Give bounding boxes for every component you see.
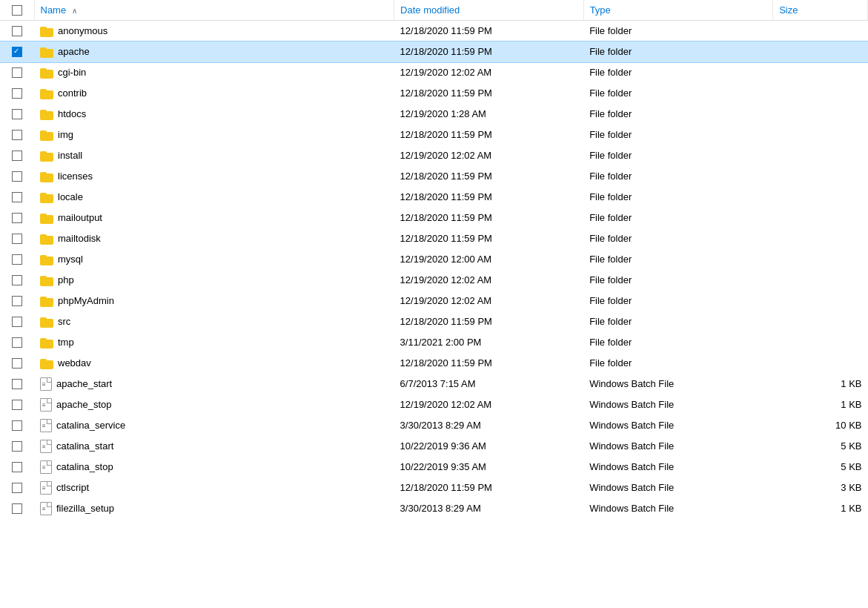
row-checkbox-cell[interactable] [0,374,34,394]
row-name-cell[interactable]: apache_stop [34,394,394,415]
row-name-cell[interactable]: phpMyAdmin [34,291,394,311]
row-checkbox-cell[interactable] [0,478,34,498]
row-checkbox[interactable] [12,337,22,348]
row-checkbox[interactable] [12,317,22,327]
row-name-cell[interactable]: ctlscript [34,478,394,498]
row-checkbox-cell[interactable] [0,436,34,457]
table-row[interactable]: catalina_start10/22/2019 9:36 AMWindows … [0,436,868,457]
table-row[interactable]: src12/18/2020 11:59 PMFile folder [0,311,868,332]
select-all-checkbox[interactable] [12,5,22,16]
row-checkbox-cell[interactable] [0,104,34,125]
table-row[interactable]: php12/19/2020 12:02 AMFile folder [0,270,868,291]
row-checkbox[interactable] [12,296,22,306]
table-row[interactable]: mysql12/19/2020 12:00 AMFile folder [0,249,868,270]
row-name-cell[interactable]: mailtodisk [34,228,394,249]
row-name-cell[interactable]: catalina_start [34,436,394,457]
table-row[interactable]: mailoutput12/18/2020 11:59 PMFile folder [0,208,868,228]
row-checkbox-cell[interactable] [0,270,34,291]
row-checkbox-cell[interactable] [0,332,34,353]
row-checkbox[interactable] [12,420,22,431]
row-name-cell[interactable]: img [34,125,394,145]
row-checkbox-cell[interactable] [0,353,34,374]
row-checkbox[interactable] [12,130,22,140]
table-row[interactable]: htdocs12/19/2020 1:28 AMFile folder [0,104,868,125]
row-checkbox[interactable] [12,26,22,36]
table-row[interactable]: apache12/18/2020 11:59 PMFile folder [0,42,868,62]
row-name-cell[interactable]: php [34,270,394,291]
row-name-cell[interactable]: anonymous [34,21,394,42]
row-checkbox-cell[interactable] [0,415,34,436]
row-checkbox-cell[interactable] [0,394,34,415]
table-row[interactable]: filezilla_setup3/30/2013 8:29 AMWindows … [0,498,868,519]
table-row[interactable]: catalina_service3/30/2013 8:29 AMWindows… [0,415,868,436]
table-row[interactable]: mailtodisk12/18/2020 11:59 PMFile folder [0,228,868,249]
row-name-cell[interactable]: webdav [34,353,394,374]
table-row[interactable]: webdav12/18/2020 11:59 PMFile folder [0,353,868,374]
row-checkbox-cell[interactable] [0,291,34,311]
row-checkbox[interactable] [12,109,22,119]
table-row[interactable]: phpMyAdmin12/19/2020 12:02 AMFile folder [0,291,868,311]
row-checkbox-cell[interactable] [0,311,34,332]
row-checkbox[interactable] [12,213,22,223]
header-date-modified[interactable]: Date modified [394,0,584,21]
row-name-cell[interactable]: src [34,311,394,332]
row-name-cell[interactable]: contrib [34,83,394,104]
row-checkbox-cell[interactable] [0,42,34,62]
header-checkbox-col[interactable] [0,0,34,21]
header-name[interactable]: Name ∧ [34,0,394,21]
row-checkbox[interactable] [12,192,22,202]
row-checkbox-cell[interactable] [0,83,34,104]
row-name-cell[interactable]: licenses [34,166,394,187]
row-checkbox-cell[interactable] [0,208,34,228]
table-row[interactable]: ctlscript12/18/2020 11:59 PMWindows Batc… [0,478,868,498]
row-checkbox[interactable] [12,234,22,244]
table-row[interactable]: catalina_stop10/22/2019 9:35 AMWindows B… [0,457,868,478]
row-checkbox-cell[interactable] [0,228,34,249]
row-name-cell[interactable]: apache [34,42,394,62]
header-type[interactable]: Type [583,0,773,21]
row-checkbox[interactable] [12,171,22,182]
row-checkbox-cell[interactable] [0,498,34,519]
table-row[interactable]: install12/19/2020 12:02 AMFile folder [0,145,868,166]
row-checkbox[interactable] [12,254,22,265]
row-checkbox[interactable] [12,67,22,78]
row-checkbox-cell[interactable] [0,187,34,208]
row-name-cell[interactable]: mailoutput [34,208,394,228]
row-name-cell[interactable]: install [34,145,394,166]
table-row[interactable]: anonymous12/18/2020 11:59 PMFile folder [0,21,868,42]
table-row[interactable]: contrib12/18/2020 11:59 PMFile folder [0,83,868,104]
row-checkbox[interactable] [12,400,22,410]
row-name-cell[interactable]: htdocs [34,104,394,125]
table-row[interactable]: licenses12/18/2020 11:59 PMFile folder [0,166,868,187]
header-size[interactable]: Size [773,0,868,21]
row-checkbox[interactable] [12,483,22,493]
row-checkbox-cell[interactable] [0,145,34,166]
row-checkbox[interactable] [12,275,22,285]
row-checkbox-cell[interactable] [0,125,34,145]
row-name-cell[interactable]: catalina_service [34,415,394,436]
row-checkbox-cell[interactable] [0,166,34,187]
row-name-cell[interactable]: locale [34,187,394,208]
table-row[interactable]: cgi-bin12/19/2020 12:02 AMFile folder [0,62,868,83]
table-row[interactable]: tmp3/11/2021 2:00 PMFile folder [0,332,868,353]
row-checkbox[interactable] [12,503,22,514]
row-name-cell[interactable]: mysql [34,249,394,270]
row-name-cell[interactable]: apache_start [34,374,394,394]
row-name-cell[interactable]: catalina_stop [34,457,394,478]
table-row[interactable]: apache_stop12/19/2020 12:02 AMWindows Ba… [0,394,868,415]
row-checkbox[interactable] [12,379,22,389]
row-name-cell[interactable]: cgi-bin [34,62,394,83]
row-checkbox[interactable] [12,47,22,57]
row-checkbox[interactable] [12,151,22,161]
table-row[interactable]: img12/18/2020 11:59 PMFile folder [0,125,868,145]
row-checkbox[interactable] [12,88,22,99]
table-row[interactable]: locale12/18/2020 11:59 PMFile folder [0,187,868,208]
row-checkbox-cell[interactable] [0,21,34,42]
row-checkbox[interactable] [12,462,22,472]
row-checkbox[interactable] [12,441,22,452]
row-name-cell[interactable]: filezilla_setup [34,498,394,519]
table-row[interactable]: apache_start6/7/2013 7:15 AMWindows Batc… [0,374,868,394]
row-checkbox-cell[interactable] [0,62,34,83]
row-checkbox[interactable] [12,358,22,369]
row-checkbox-cell[interactable] [0,457,34,478]
